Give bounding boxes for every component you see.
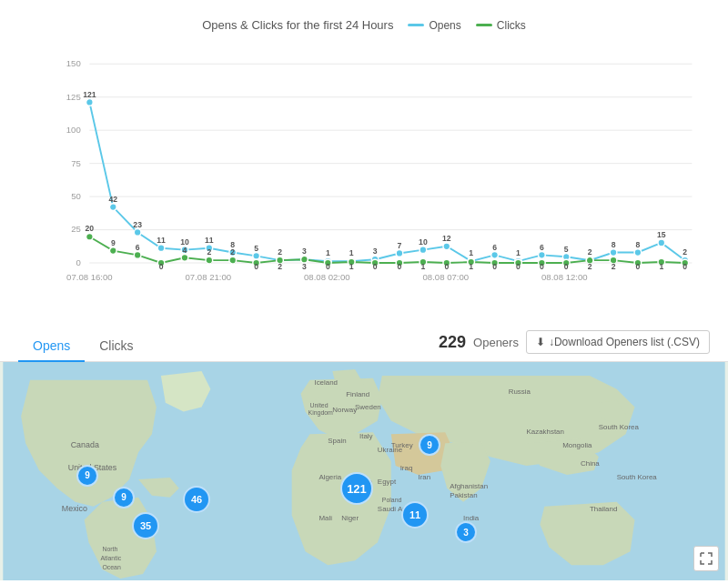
svg-text:100: 100 (66, 125, 81, 135)
svg-text:South Korea: South Korea (599, 423, 640, 431)
svg-point-50 (206, 257, 213, 264)
svg-point-41 (610, 249, 617, 257)
svg-text:Spain: Spain (328, 437, 346, 445)
map-marker-46: 46 (183, 486, 210, 513)
map-marker-11: 11 (401, 501, 429, 529)
svg-point-45 (86, 233, 94, 240)
svg-text:Afghanistan: Afghanistan (450, 482, 488, 490)
svg-text:Italy: Italy (359, 432, 373, 440)
svg-text:08.08 02:00: 08.08 02:00 (304, 272, 350, 282)
svg-text:Canada: Canada (71, 440, 99, 449)
map-marker-9-us-west: 9 (113, 487, 135, 508)
svg-text:8: 8 (612, 240, 616, 249)
openers-label: Openers (473, 336, 519, 349)
svg-text:20: 20 (86, 224, 95, 233)
svg-text:1: 1 (516, 248, 521, 257)
svg-text:Iran: Iran (419, 473, 431, 481)
clicks-legend: Clicks (476, 19, 526, 32)
svg-text:08.08 07:00: 08.08 07:00 (423, 272, 470, 282)
svg-text:Mali: Mali (318, 514, 332, 522)
svg-point-43 (658, 239, 665, 247)
svg-text:Kazakhstan: Kazakhstan (527, 428, 564, 436)
svg-text:0: 0 (682, 262, 687, 271)
svg-point-32 (396, 250, 403, 257)
svg-text:North: North (102, 546, 117, 552)
svg-text:11: 11 (205, 236, 214, 245)
svg-text:0: 0 (444, 262, 449, 271)
svg-text:08.08 12:00: 08.08 12:00 (541, 272, 588, 282)
opens-legend: Opens (408, 19, 460, 32)
svg-point-47 (134, 252, 141, 259)
svg-point-22 (157, 245, 165, 252)
tab-clicks[interactable]: Clicks (85, 331, 147, 362)
chart-title-text: Opens & Clicks for the first 24 Hours (202, 18, 393, 32)
svg-text:125: 125 (66, 92, 81, 102)
svg-point-33 (420, 247, 427, 254)
opens-legend-label: Opens (429, 19, 460, 32)
svg-text:0: 0 (398, 262, 402, 271)
clicks-legend-label: Clicks (497, 19, 526, 32)
svg-point-21 (134, 229, 141, 237)
svg-point-20 (109, 204, 116, 211)
svg-text:Kingdom: Kingdom (308, 409, 334, 417)
svg-point-42 (634, 249, 642, 257)
svg-text:Thailand: Thailand (590, 505, 617, 513)
svg-text:1: 1 (659, 262, 663, 271)
svg-text:0: 0 (373, 262, 378, 271)
svg-text:Iraq: Iraq (400, 464, 413, 472)
download-icon: ⬇ (536, 336, 545, 348)
svg-text:07.08 16:00: 07.08 16:00 (66, 272, 113, 282)
svg-text:1: 1 (469, 262, 473, 271)
chart-title: Opens & Clicks for the first 24 Hours Op… (18, 18, 710, 32)
svg-text:3: 3 (302, 247, 307, 256)
svg-text:Poland: Poland (382, 497, 402, 503)
map-container: Canada United States Mexico North Atlant… (0, 362, 728, 580)
svg-text:Ukraine: Ukraine (378, 446, 403, 454)
svg-text:Egypt: Egypt (378, 478, 397, 486)
openers-section: 229 Openers ⬇ ↓Download Openers list (.C… (439, 330, 710, 361)
svg-text:2: 2 (230, 247, 235, 257)
svg-text:42: 42 (108, 195, 117, 204)
svg-text:0: 0 (636, 262, 641, 271)
svg-text:2: 2 (207, 247, 211, 257)
svg-text:6: 6 (540, 243, 544, 252)
svg-text:2: 2 (278, 262, 282, 271)
map-marker-9-europe: 9 (419, 434, 440, 456)
svg-text:Sweden: Sweden (355, 403, 381, 411)
svg-point-26 (253, 253, 260, 260)
svg-text:0: 0 (516, 262, 521, 271)
svg-point-51 (229, 257, 237, 264)
svg-text:Ocean: Ocean (102, 564, 121, 570)
svg-text:1: 1 (469, 248, 473, 257)
map-marker-121: 121 (340, 472, 373, 505)
svg-text:Iceland: Iceland (314, 378, 338, 387)
svg-text:Mexico: Mexico (62, 504, 87, 513)
svg-text:12: 12 (442, 234, 451, 243)
map-marker-35: 35 (132, 512, 159, 539)
svg-text:0: 0 (492, 262, 497, 271)
svg-text:2: 2 (682, 247, 687, 257)
chart-container: Opens & Clicks for the first 24 Hours Op… (0, 0, 728, 323)
svg-point-36 (491, 252, 499, 259)
svg-text:8: 8 (636, 240, 641, 249)
map-marker-3: 3 (455, 521, 477, 543)
svg-text:0: 0 (326, 262, 330, 271)
svg-text:6: 6 (136, 243, 140, 252)
svg-text:11: 11 (157, 236, 166, 245)
svg-text:0: 0 (254, 262, 258, 271)
tabs: Opens Clicks (18, 331, 148, 361)
svg-text:23: 23 (133, 220, 142, 229)
tab-opens[interactable]: Opens (18, 331, 85, 362)
download-button[interactable]: ⬇ ↓Download Openers list (.CSV) (526, 330, 710, 354)
svg-text:South Korea: South Korea (617, 473, 658, 481)
svg-text:Atlantic: Atlantic (100, 555, 121, 561)
svg-text:1: 1 (420, 262, 425, 271)
chart-area: 150 125 100 75 50 25 0 07.08 16:00 07.08… (55, 41, 701, 314)
opens-legend-dot (408, 24, 424, 26)
svg-text:07.08 21:00: 07.08 21:00 (186, 272, 232, 282)
svg-text:10: 10 (419, 237, 428, 247)
svg-text:2: 2 (588, 247, 592, 257)
svg-text:5: 5 (564, 245, 569, 254)
map-expand-button[interactable] (693, 546, 719, 571)
svg-text:0: 0 (540, 262, 544, 271)
